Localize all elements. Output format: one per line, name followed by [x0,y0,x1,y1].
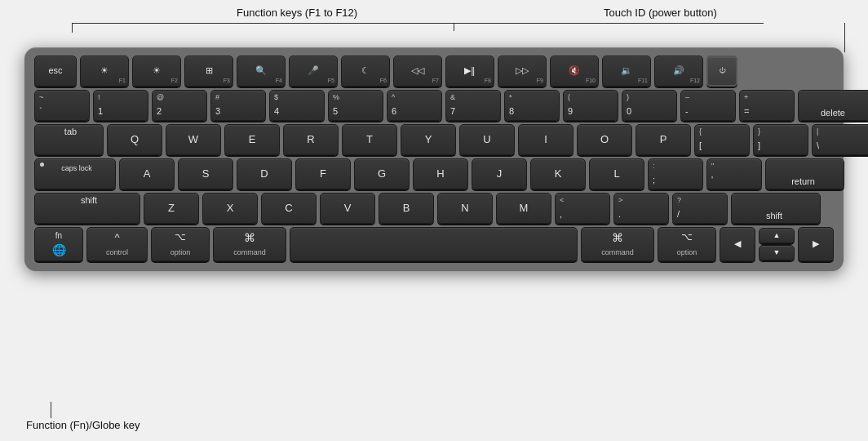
touch-id-label: Touch ID (power button) [604,7,717,19]
key-f1[interactable]: ☀F1 [80,56,129,87]
key-f4[interactable]: 🔍F4 [237,56,286,87]
key-equals[interactable]: += [739,90,795,121]
key-lbracket[interactable]: {[ [694,124,750,155]
key-f7[interactable]: ◁◁F7 [393,56,442,87]
key-v[interactable]: V [320,193,375,224]
key-7[interactable]: &7 [445,90,501,121]
key-3[interactable]: #3 [210,90,266,121]
key-rbracket[interactable]: }] [753,124,808,155]
fn-globe-label: Function (Fn)/Globe key [26,419,140,431]
key-a[interactable]: A [119,158,175,189]
key-shift-left[interactable]: shift [34,193,140,224]
key-command-right[interactable]: ⌘ command [581,227,654,261]
key-semicolon[interactable]: :; [648,158,703,189]
key-shift-right[interactable]: shift [731,193,821,224]
key-s[interactable]: S [178,158,233,189]
key-y[interactable]: Y [401,124,456,155]
key-arrow-left[interactable]: ◀ [720,227,755,261]
key-8[interactable]: *8 [504,90,560,121]
key-option-left[interactable]: ⌥ option [151,227,210,261]
tab-row: tab Q W E R T Y U I O P {[ }] |\ [34,124,834,155]
bracket-right-horiz [307,23,764,24]
key-option-right[interactable]: ⌥ option [658,227,716,261]
key-u[interactable]: U [459,124,515,155]
key-0[interactable]: )0 [622,90,677,121]
key-delete[interactable]: delete [798,90,868,121]
key-backslash[interactable]: |\ [812,124,868,155]
key-f8[interactable]: ▶‖F8 [445,56,494,87]
key-return[interactable]: return [765,158,844,189]
key-fn-globe[interactable]: fn 🌐 [34,227,83,261]
key-r[interactable]: R [283,124,339,155]
key-l[interactable]: L [589,158,644,189]
key-touchid[interactable]: ⏻ [706,56,737,87]
arrow-ud: ▲ ▼ [759,228,795,261]
key-j[interactable]: J [472,158,527,189]
key-f10[interactable]: 🔇F10 [550,56,599,87]
fn-globe-bracket [51,402,51,418]
key-5[interactable]: %5 [328,90,383,121]
key-o[interactable]: O [577,124,632,155]
key-6[interactable]: ^6 [387,90,442,121]
key-minus[interactable]: –- [680,90,736,121]
key-caps-lock[interactable]: caps lock [34,158,116,189]
key-space[interactable] [290,227,578,261]
key-z[interactable]: Z [144,193,199,224]
key-e[interactable]: E [224,124,280,155]
key-i[interactable]: I [518,124,574,155]
key-q[interactable]: Q [107,124,162,155]
key-p[interactable]: P [636,124,691,155]
key-c[interactable]: C [261,193,317,224]
bracket-left-vert [72,23,73,33]
bottom-row: fn 🌐 ^ control ⌥ option ⌘ command ⌘ [34,227,834,261]
key-h[interactable]: H [413,158,468,189]
key-period[interactable]: >. [613,193,669,224]
key-2[interactable]: @2 [152,90,207,121]
function-keys-label: Function keys (F1 to F12) [237,7,357,19]
key-f9[interactable]: ▷▷F9 [498,56,547,87]
key-f3[interactable]: ⊞F3 [184,56,233,87]
key-x[interactable]: X [202,193,258,224]
key-k[interactable]: K [530,158,586,189]
key-arrow-right[interactable]: ▶ [798,227,834,261]
key-tab[interactable]: tab [34,124,104,155]
keyboard: esc ☀F1 ☀F2 ⊞F3 🔍F4 🎤F5 ☾F6 [24,47,844,271]
key-b[interactable]: B [379,193,434,224]
key-f6[interactable]: ☾F6 [341,56,390,87]
key-backtick[interactable]: ~` [34,90,90,121]
key-f2[interactable]: ☀F2 [132,56,181,87]
key-m[interactable]: M [496,193,551,224]
shift-row: shift Z X C V B N M <, >. ?/ shift [34,193,834,224]
arrow-keys: ◀ ▲ ▼ ▶ [720,227,834,261]
key-1[interactable]: !1 [93,90,148,121]
bracket-touchid-vert [844,23,845,52]
key-command-left[interactable]: ⌘ command [213,227,286,261]
key-esc[interactable]: esc [34,56,77,87]
key-d[interactable]: D [237,158,292,189]
key-quote[interactable]: "' [706,158,762,189]
keyboard-rows: esc ☀F1 ☀F2 ⊞F3 🔍F4 🎤F5 ☾F6 [34,56,834,261]
key-control[interactable]: ^ control [86,227,148,261]
key-arrow-up[interactable]: ▲ [759,228,795,243]
key-f[interactable]: F [295,158,351,189]
key-9[interactable]: (9 [563,90,618,121]
key-t[interactable]: T [342,124,397,155]
bracket-left-horiz [72,23,308,24]
key-g[interactable]: G [354,158,410,189]
bracket-mid [454,23,454,31]
fn-key-row: esc ☀F1 ☀F2 ⊞F3 🔍F4 🎤F5 ☾F6 [34,56,834,87]
number-row: ~` !1 @2 #3 $4 %5 ^6 &7 *8 (9 )0 –- += d… [34,90,834,121]
key-4[interactable]: $4 [269,90,325,121]
key-n[interactable]: N [437,193,493,224]
key-w[interactable]: W [166,124,221,155]
key-slash[interactable]: ?/ [672,193,728,224]
key-f11[interactable]: 🔉F11 [602,56,651,87]
key-comma[interactable]: <, [555,193,610,224]
key-arrow-down[interactable]: ▼ [759,245,795,261]
key-f5[interactable]: 🎤F5 [289,56,338,87]
caps-row: caps lock A S D F G H J K L :; "' return [34,158,834,189]
key-f12[interactable]: 🔊F12 [654,56,703,87]
